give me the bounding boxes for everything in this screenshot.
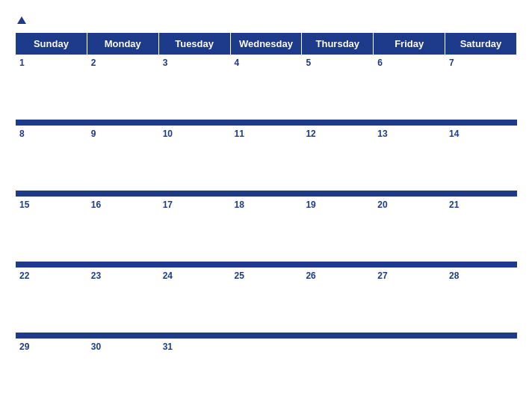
day-cell-25: 25: [230, 268, 302, 333]
separator-cell: [302, 332, 374, 339]
day-cell-31: 31: [158, 339, 230, 404]
separator-cell: [230, 261, 302, 268]
day-header-friday: Friday: [374, 33, 445, 55]
separator-cell: [374, 190, 445, 197]
day-header-sunday: Sunday: [16, 33, 87, 55]
week-row-3: 15161718192021: [16, 197, 517, 262]
day-header-monday: Monday: [87, 33, 158, 55]
day-number: 2: [91, 58, 96, 68]
day-number: 18: [235, 200, 244, 210]
day-number: 25: [235, 271, 244, 281]
day-cell-30: 30: [87, 339, 158, 404]
separator-cell: [445, 332, 517, 339]
svg-marker-0: [17, 16, 26, 24]
day-cell-14: 14: [445, 126, 517, 191]
day-cell-24: 24: [158, 268, 230, 333]
week-row-4: 22232425262728: [16, 268, 517, 333]
separator-cell: [158, 119, 230, 126]
separator-cell: [158, 261, 230, 268]
day-cell-19: 19: [302, 197, 374, 262]
day-number: 17: [163, 200, 173, 210]
day-number: 9: [91, 129, 96, 139]
separator-cell: [87, 119, 158, 126]
day-header-wednesday: Wednesday: [230, 33, 302, 55]
day-number: 3: [163, 58, 168, 68]
separator-cell: [374, 119, 445, 126]
week-separator: [16, 190, 517, 197]
separator-cell: [302, 119, 374, 126]
empty-cell: [230, 339, 302, 404]
day-cell-8: 8: [16, 126, 87, 191]
day-number: 6: [377, 58, 383, 68]
day-number: 10: [163, 129, 173, 139]
separator-cell: [87, 261, 158, 268]
separator-cell: [445, 261, 517, 268]
logo: [15, 13, 27, 25]
day-cell-3: 3: [158, 55, 230, 120]
day-number: 31: [163, 342, 173, 352]
day-number: 28: [449, 271, 459, 281]
separator-cell: [158, 190, 230, 197]
separator-cell: [445, 119, 517, 126]
day-number: 16: [91, 200, 101, 210]
day-number: 23: [91, 271, 101, 281]
day-number: 30: [91, 342, 101, 352]
day-number: 20: [377, 200, 387, 210]
day-number: 5: [306, 58, 311, 68]
empty-cell: [445, 339, 517, 404]
separator-cell: [302, 261, 374, 268]
day-number: 15: [19, 200, 29, 210]
calendar-table: SundayMondayTuesdayWednesdayThursdayFrid…: [15, 32, 517, 404]
day-number: 19: [306, 200, 315, 210]
week-row-2: 891011121314: [16, 126, 517, 191]
separator-cell: [158, 332, 230, 339]
day-header-tuesday: Tuesday: [158, 33, 230, 55]
separator-cell: [87, 190, 158, 197]
day-number: 8: [19, 129, 25, 139]
day-cell-17: 17: [158, 197, 230, 262]
day-cell-2: 2: [87, 55, 158, 120]
day-header-thursday: Thursday: [302, 33, 374, 55]
day-cell-10: 10: [158, 126, 230, 191]
day-number: 22: [19, 271, 29, 281]
day-cell-16: 16: [87, 197, 158, 262]
day-cell-26: 26: [302, 268, 374, 333]
separator-cell: [16, 261, 87, 268]
logo-general: [15, 13, 27, 25]
day-cell-13: 13: [374, 126, 445, 191]
empty-cell: [374, 339, 445, 404]
day-cell-23: 23: [87, 268, 158, 333]
day-number: 11: [235, 129, 244, 139]
day-cell-15: 15: [16, 197, 87, 262]
separator-cell: [230, 190, 302, 197]
day-number: 27: [377, 271, 387, 281]
day-number: 21: [449, 200, 459, 210]
day-cell-1: 1: [16, 55, 87, 120]
day-header-saturday: Saturday: [445, 33, 517, 55]
separator-cell: [445, 190, 517, 197]
day-cell-29: 29: [16, 339, 87, 404]
day-number: 1: [19, 58, 25, 68]
day-cell-18: 18: [230, 197, 302, 262]
separator-cell: [230, 332, 302, 339]
day-cell-27: 27: [374, 268, 445, 333]
day-number: 29: [19, 342, 29, 352]
calendar-header: [15, 7, 517, 28]
week-separator: [16, 332, 517, 339]
day-cell-9: 9: [87, 126, 158, 191]
day-number: 24: [163, 271, 173, 281]
day-cell-12: 12: [302, 126, 374, 191]
day-cell-7: 7: [445, 55, 517, 120]
week-separator: [16, 261, 517, 268]
day-number: 12: [306, 129, 315, 139]
separator-cell: [302, 190, 374, 197]
separator-cell: [374, 332, 445, 339]
separator-cell: [87, 332, 158, 339]
day-number: 26: [306, 271, 315, 281]
separator-cell: [16, 332, 87, 339]
day-cell-6: 6: [374, 55, 445, 120]
day-cell-22: 22: [16, 268, 87, 333]
day-number: 14: [449, 129, 459, 139]
day-cell-11: 11: [230, 126, 302, 191]
day-number: 13: [377, 129, 387, 139]
